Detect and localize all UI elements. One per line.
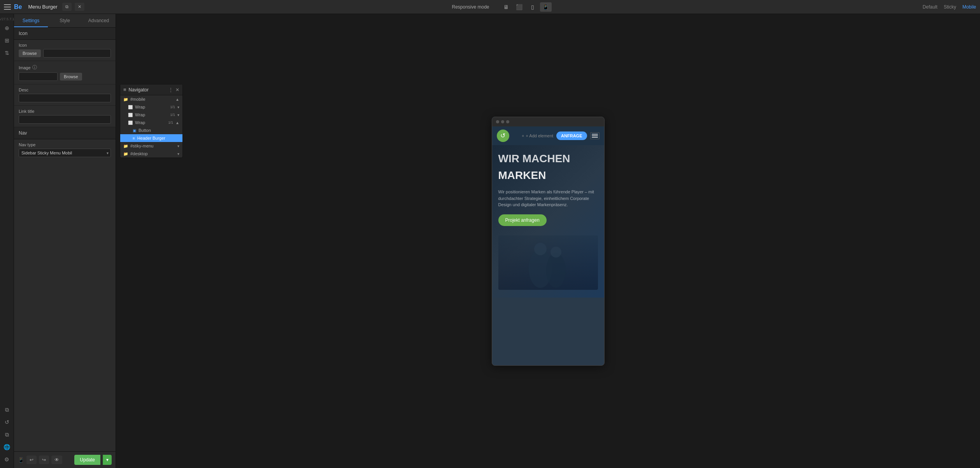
hamburger-menu-icon[interactable] [4,4,11,10]
desc-input[interactable] [19,94,111,102]
preview-anfrage-button[interactable]: ANFRAGE [556,131,587,140]
image-input[interactable] [19,72,58,81]
image-field: Image ⓘ Browse [14,61,116,84]
image-info-icon[interactable]: ⓘ [32,64,37,71]
nav-item-desktop[interactable]: 📁 #desktop ▾ [120,150,182,158]
nav-wrap-2-label: Wrap [135,112,168,117]
add-element-icon[interactable]: ⊕ [2,23,12,33]
navigator-header: ≡ Navigator ⋮ ✕ [120,84,182,95]
nav-stiky-collapse[interactable]: ▾ [177,144,179,148]
nav-wrap-3-label: Wrap [135,120,166,125]
update-arrow-button[interactable]: ▾ [103,455,112,465]
nav-type-select[interactable]: Sidebar Sticky Menu Mobil [19,149,111,157]
mobile-device-btn[interactable]: 📱 [540,2,552,12]
nav-item-header-burger[interactable]: ≡ Header Burger [120,134,182,142]
nav-wrap-1-collapse[interactable]: ▾ [177,105,179,109]
sticky-view-label[interactable]: Sticky [944,4,956,10]
mobile-view-label[interactable]: Mobile [962,4,976,10]
preview-chrome [492,117,604,126]
tab-settings[interactable]: Settings [14,14,48,27]
navigator-title-row: ≡ Navigator [123,87,149,93]
nav-button-label: Button [138,128,179,133]
link-title-input[interactable] [19,115,111,124]
preview-header: ↺ + + Add element ANFRAGE [492,126,604,145]
tablet-landscape-device-btn[interactable]: ⬛ [514,2,525,12]
icon-label: Icon [19,43,111,47]
navigator-panel: ≡ Navigator ⋮ ✕ 📁 #mobile ▲ ⬜ Wrap 1/1 ▾ [120,84,183,158]
desktop-device-btn[interactable]: 🖥 [500,2,512,12]
settings-tabs: Settings Style Advanced [14,14,116,28]
nav-button-icon: ▣ [133,128,136,133]
topbar-left: Be Menu Burger ⧉ ✕ [4,3,105,11]
redo-button[interactable]: ↪ [39,456,49,464]
undo-button[interactable]: ↩ [26,456,37,464]
nav-item-mobile-label: #mobile [130,97,173,102]
navigator-close-btn[interactable]: ✕ [175,87,179,93]
nav-item-button[interactable]: ▣ Button [120,126,182,134]
tab-style[interactable]: Style [48,14,82,27]
mobile-bottom-icon[interactable]: 📱 [18,457,24,463]
nav-stiky-menu-label: #stiky-menu [130,144,175,148]
nav-wrap-icon-3: ⬜ [128,121,133,125]
nav-item-wrap-2[interactable]: ⬜ Wrap 1/1 ▾ [120,111,182,119]
tab-advanced[interactable]: Advanced [82,14,116,27]
image-field-row: Browse [19,72,111,81]
icon-input[interactable] [43,49,111,58]
nav-wrap-icon-2: ⬜ [128,113,133,117]
link-title-label: Link title [19,109,111,114]
add-element-label: + Add element [526,133,553,138]
filters-icon[interactable]: ⧉ [2,429,12,440]
desc-field: Desc [14,84,116,105]
preview-add-element-btn[interactable]: + + Add element [522,133,553,138]
history-icon[interactable]: ↺ [2,417,12,428]
close-button[interactable]: ✕ [75,3,84,11]
icon-browse-button[interactable]: Browse [19,49,41,57]
nav-item-mobile[interactable]: 📁 #mobile ▲ [120,95,182,103]
nav-wrap-2-collapse[interactable]: ▾ [177,113,179,117]
nav-wrap-1-label: Wrap [135,105,168,109]
be-logo: Be [14,4,22,11]
link-title-field: Link title [14,106,116,127]
nav-mobile-collapse-btn[interactable]: ▲ [175,97,179,102]
nav-item-wrap-1[interactable]: ⬜ Wrap 1/1 ▾ [120,103,182,111]
default-view-label[interactable]: Default [923,4,938,10]
main-content: ≡ Navigator ⋮ ✕ 📁 #mobile ▲ ⬜ Wrap 1/1 ▾ [116,14,980,468]
settings-content: Icon Icon Browse Image ⓘ Browse [14,28,116,451]
navigator-menu-btn[interactable]: ⋮ [168,87,173,93]
nav-desktop-collapse[interactable]: ▾ [177,152,179,156]
svg-point-2 [546,253,566,288]
update-button[interactable]: Update [74,455,100,465]
image-browse-button[interactable]: Browse [60,73,82,81]
preview-button[interactable]: 👁 [51,456,62,464]
chrome-dot-1 [496,120,499,123]
navigator-icon: ≡ [123,87,126,93]
nav-wrap-icon-1: ⬜ [128,105,133,109]
nav-section-header[interactable]: Nav [14,127,116,139]
preview-header-right: + + Add element ANFRAGE [522,131,599,140]
navigator-title: Navigator [129,87,149,93]
version-label: V27.5.7.1 [0,17,14,21]
structure-icon[interactable]: ⊞ [2,35,12,46]
preview-cta-button[interactable]: Projekt anfragen [498,214,547,226]
main-area: V27.5.7.1 ⊕ ⊞ ⇅ ⧉ ↺ ⧉ 🌐 ⚙ Settings Style… [0,14,980,468]
preview-hero-title-line1: WIR MACHEN [498,153,598,165]
icon-section-header[interactable]: Icon [14,28,116,40]
app-title: Menu Burger [28,4,57,10]
layers-icon[interactable]: ⧉ [2,404,12,415]
nav-item-stiky-menu[interactable]: 📁 #stiky-menu ▾ [120,142,182,150]
tablet-portrait-device-btn[interactable]: ▯ [527,2,538,12]
preview-hero-text: Wir positionieren Marken als führende Pl… [498,189,598,208]
move-icon[interactable]: ⇅ [2,47,12,58]
nav-wrap-3-collapse[interactable]: ▲ [175,121,179,125]
globe-icon[interactable]: 🌐 [2,442,12,452]
duplicate-button[interactable]: ⧉ [62,3,72,11]
responsive-mode-label: Responsive mode [452,4,489,10]
settings-icon[interactable]: ⚙ [2,454,12,465]
nav-item-wrap-3[interactable]: ⬜ Wrap 1/1 ▲ [120,119,182,126]
chrome-dot-3 [506,120,509,123]
preview-burger-menu[interactable] [590,132,600,139]
nav-burger-label: Header Burger [137,136,179,140]
left-icon-sidebar: V27.5.7.1 ⊕ ⊞ ⇅ ⧉ ↺ ⧉ 🌐 ⚙ [0,14,14,468]
nav-folder-icon: 📁 [123,97,128,102]
nav-wrap-2-badge: 1/1 [170,113,175,117]
